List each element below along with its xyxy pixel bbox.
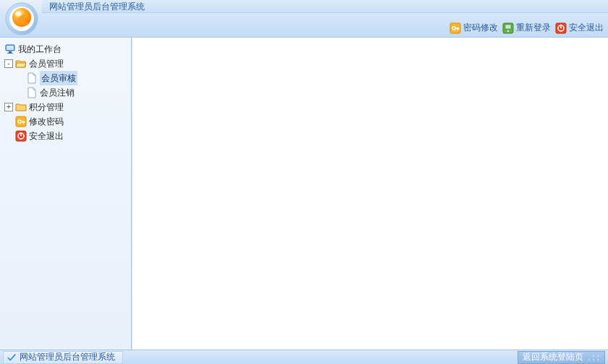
sidebar-item-member-mgmt[interactable]: - 会员管理 <box>3 56 128 71</box>
nav-tree: 我的工作台 - 会员管理 <box>3 42 128 143</box>
return-login-label: 返回系统登陆页 <box>523 351 583 363</box>
svg-rect-14 <box>9 51 12 53</box>
change-password-label: 修改密码 <box>29 114 64 129</box>
status-bar: 网站管理员后台管理系统 返回系统登陆页 .:: <box>0 350 608 364</box>
content-area <box>132 38 608 350</box>
sidebar-item-safe-exit[interactable]: 安全退出 <box>3 129 128 143</box>
header-toolbar: 密码修改 重新登录 安全退出 <box>449 22 604 34</box>
power-icon <box>555 22 567 34</box>
member-audit-label: 会员审核 <box>40 71 77 85</box>
folder-icon <box>15 101 27 113</box>
safe-exit-link[interactable]: 安全退出 <box>555 22 604 34</box>
header: 网站管理员后台管理系统 密码修改 重新登录 安全退出 <box>0 0 608 38</box>
monitor-icon <box>4 43 16 55</box>
status-bar-left: 网站管理员后台管理系统 <box>3 351 123 364</box>
document-icon <box>26 87 38 98</box>
svg-rect-13 <box>7 46 14 50</box>
sidebar-item-member-audit[interactable]: 会员审核 <box>14 71 128 85</box>
svg-point-3 <box>15 12 21 16</box>
member-mgmt-label: 会员管理 <box>29 56 64 71</box>
svg-rect-15 <box>7 53 13 54</box>
status-title: 网站管理员后台管理系统 <box>20 351 115 363</box>
svg-point-8 <box>507 30 510 33</box>
change-password-label: 密码修改 <box>463 22 498 34</box>
safe-exit-label: 安全退出 <box>29 129 64 143</box>
key-icon <box>449 22 461 34</box>
change-password-link[interactable]: 密码修改 <box>449 22 498 34</box>
relogin-icon <box>502 22 514 34</box>
sidebar-item-points-mgmt[interactable]: + 积分管理 <box>3 100 128 114</box>
resize-grip-icon: .:: <box>586 352 600 363</box>
sidebar: 我的工作台 - 会员管理 <box>0 38 132 350</box>
key-icon <box>15 116 27 127</box>
sidebar-item-member-cancel[interactable]: 会员注销 <box>14 85 128 100</box>
power-icon <box>15 130 27 142</box>
relogin-link[interactable]: 重新登录 <box>502 22 551 34</box>
return-login-button[interactable]: 返回系统登陆页 .:: <box>518 351 605 364</box>
svg-rect-7 <box>505 25 511 29</box>
member-cancel-label: 会员注销 <box>40 85 75 100</box>
collapse-icon[interactable]: - <box>4 59 13 68</box>
app-title-text: 网站管理员后台管理系统 <box>49 1 145 12</box>
document-icon <box>26 72 38 84</box>
main-area: 我的工作台 - 会员管理 <box>0 38 608 350</box>
folder-open-icon <box>15 58 27 69</box>
window-title: 网站管理员后台管理系统 <box>42 0 608 13</box>
relogin-label: 重新登录 <box>516 22 551 34</box>
app-logo <box>4 1 39 36</box>
expand-icon[interactable]: + <box>4 103 13 111</box>
points-mgmt-label: 积分管理 <box>29 100 64 114</box>
workbench-label: 我的工作台 <box>18 42 62 56</box>
check-icon <box>7 352 17 363</box>
sidebar-item-change-password[interactable]: 修改密码 <box>3 114 128 129</box>
sidebar-item-workbench[interactable]: 我的工作台 <box>3 42 128 56</box>
safe-exit-label: 安全退出 <box>569 22 604 34</box>
